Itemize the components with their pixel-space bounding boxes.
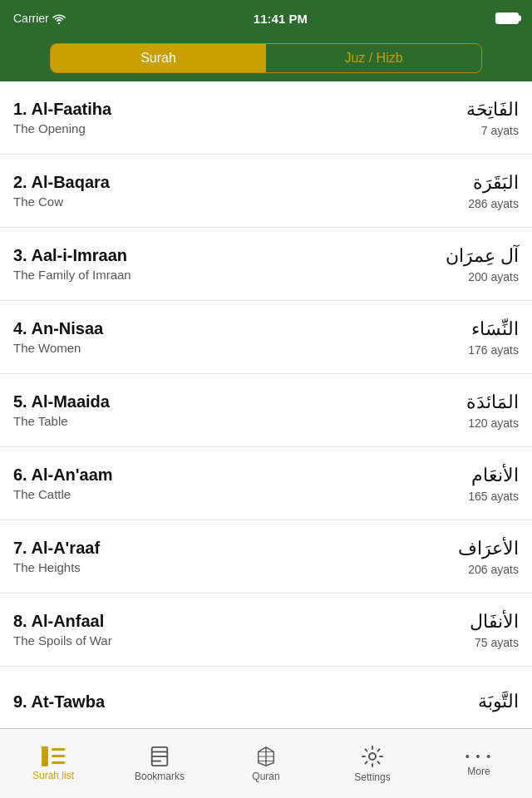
surah-arabic-6: الأنعَام — [471, 465, 519, 486]
tab-surah-list-label: Surah list — [32, 770, 74, 781]
surah-right-7: الأعرَاف 206 ayats — [386, 529, 519, 584]
surah-right-5: المَائدَة 120 ayats — [386, 382, 519, 438]
surah-translation-3: The Family of Imraan — [13, 268, 386, 282]
surah-arabic-8: الأنفَال — [470, 611, 519, 633]
surah-left-8: 8. Al-Anfaal The Spoils of War — [13, 602, 386, 658]
surah-left-5: 5. Al-Maaida The Table — [13, 382, 386, 438]
surah-item-9[interactable]: 9. At-Tawba التَّوبَة — [0, 667, 532, 725]
tab-bookmarks-label: Bookmarks — [135, 771, 185, 782]
tab-settings-label: Settings — [354, 771, 390, 783]
surah-translation-8: The Spoils of War — [13, 633, 386, 648]
surah-name-5: 5. Al-Maaida — [13, 392, 386, 411]
surah-arabic-5: المَائدَة — [466, 392, 519, 413]
surah-ayats-1: 7 ayats — [481, 124, 519, 137]
settings-icon — [361, 745, 384, 768]
surah-item-3[interactable]: 3. Aal-i-Imraan The Family of Imraan آل … — [0, 228, 532, 301]
surah-name-7: 7. Al-A'raaf — [13, 539, 386, 558]
surah-tab[interactable]: Surah — [51, 44, 266, 72]
bookmarks-icon — [149, 746, 170, 767]
segmented-control: Surah Juz / Hizb — [0, 37, 532, 81]
tab-more-label: More — [467, 766, 490, 777]
tab-bar: Surah list Bookmarks Quran Settings • • … — [0, 728, 532, 798]
svg-point-0 — [58, 22, 60, 23]
surah-name-8: 8. Al-Anfaal — [13, 612, 386, 631]
surah-item-4[interactable]: 4. An-Nisaa The Women النِّسَاء 176 ayat… — [0, 301, 532, 374]
surah-right-9: التَّوبَة — [386, 675, 519, 725]
surah-translation-1: The Opening — [13, 121, 386, 135]
surah-name-6: 6. Al-An'aam — [13, 466, 386, 485]
surah-arabic-7: الأعرَاف — [458, 538, 519, 559]
surah-ayats-6: 165 ayats — [468, 490, 519, 503]
surah-name-4: 4. An-Nisaa — [13, 319, 386, 338]
surah-left-9: 9. At-Tawba — [13, 675, 386, 725]
surah-name-3: 3. Aal-i-Imraan — [13, 246, 386, 265]
surah-translation-5: The Table — [13, 414, 386, 428]
surah-left-6: 6. Al-An'aam The Cattle — [13, 456, 386, 511]
surah-translation-6: The Cattle — [13, 487, 386, 501]
surah-name-1: 1. Al-Faatiha — [13, 100, 386, 119]
surah-list: 1. Al-Faatiha The Opening الفَاتِحَة 7 a… — [0, 81, 532, 725]
tab-settings[interactable]: Settings — [319, 729, 426, 798]
status-bar: Carrier 11:41 PM — [0, 0, 532, 37]
surah-right-1: الفَاتِحَة 7 ayats — [386, 90, 519, 145]
surah-translation-2: The Cow — [13, 195, 386, 209]
surah-ayats-5: 120 ayats — [468, 416, 519, 430]
surah-left-1: 1. Al-Faatiha The Opening — [13, 90, 386, 145]
surah-translation-4: The Women — [13, 341, 386, 355]
wifi-icon — [52, 13, 66, 24]
surah-item-7[interactable]: 7. Al-A'raaf The Heights الأعرَاف 206 ay… — [0, 520, 532, 594]
surah-left-4: 4. An-Nisaa The Women — [13, 309, 386, 365]
more-icon: • • • — [466, 751, 492, 762]
tab-quran-label: Quran — [252, 771, 279, 782]
juz-hizb-tab[interactable]: Juz / Hizb — [266, 44, 481, 72]
surah-ayats-8: 75 ayats — [475, 636, 519, 649]
surah-item-1[interactable]: 1. Al-Faatiha The Opening الفَاتِحَة 7 a… — [0, 81, 532, 155]
surah-right-8: الأنفَال 75 ayats — [386, 602, 519, 658]
carrier-label: Carrier — [13, 12, 49, 25]
surah-arabic-4: النِّسَاء — [471, 318, 519, 340]
tab-more[interactable]: • • • More — [426, 729, 532, 798]
surah-right-3: آل عِمرَان 200 ayats — [386, 236, 519, 292]
tab-quran[interactable]: Quran — [213, 729, 319, 798]
surah-arabic-1: الفَاتِحَة — [466, 99, 519, 121]
surah-right-4: النِّسَاء 176 ayats — [386, 309, 519, 365]
surah-right-6: الأنعَام 165 ayats — [386, 456, 519, 511]
surah-right-2: البَقَرَة 286 ayats — [386, 163, 519, 219]
surah-arabic-9: التَّوبَة — [478, 691, 519, 712]
surah-translation-7: The Heights — [13, 560, 386, 574]
time-label: 11:41 PM — [254, 12, 308, 26]
surah-arabic-3: آل عِمرَان — [446, 245, 519, 267]
quran-icon — [255, 746, 277, 767]
surah-list-icon — [42, 746, 65, 766]
svg-point-10 — [369, 753, 376, 760]
surah-item-5[interactable]: 5. Al-Maaida The Table المَائدَة 120 aya… — [0, 374, 532, 447]
surah-ayats-4: 176 ayats — [468, 343, 519, 357]
tab-bookmarks[interactable]: Bookmarks — [106, 729, 213, 798]
surah-left-2: 2. Al-Baqara The Cow — [13, 163, 386, 219]
surah-name-9: 9. At-Tawba — [13, 692, 386, 712]
surah-arabic-2: البَقَرَة — [473, 172, 519, 194]
battery-icon — [495, 12, 519, 24]
surah-item-8[interactable]: 8. Al-Anfaal The Spoils of War الأنفَال … — [0, 594, 532, 667]
surah-left-3: 3. Aal-i-Imraan The Family of Imraan — [13, 236, 386, 292]
surah-ayats-7: 206 ayats — [468, 563, 519, 576]
surah-item-2[interactable]: 2. Al-Baqara The Cow البَقَرَة 286 ayats — [0, 155, 532, 228]
surah-left-7: 7. Al-A'raaf The Heights — [13, 529, 386, 584]
tab-surah-list[interactable]: Surah list — [0, 729, 106, 798]
surah-ayats-3: 200 ayats — [468, 270, 519, 283]
surah-ayats-2: 286 ayats — [468, 197, 519, 210]
surah-name-2: 2. Al-Baqara — [13, 173, 386, 192]
surah-item-6[interactable]: 6. Al-An'aam The Cattle الأنعَام 165 aya… — [0, 447, 532, 520]
